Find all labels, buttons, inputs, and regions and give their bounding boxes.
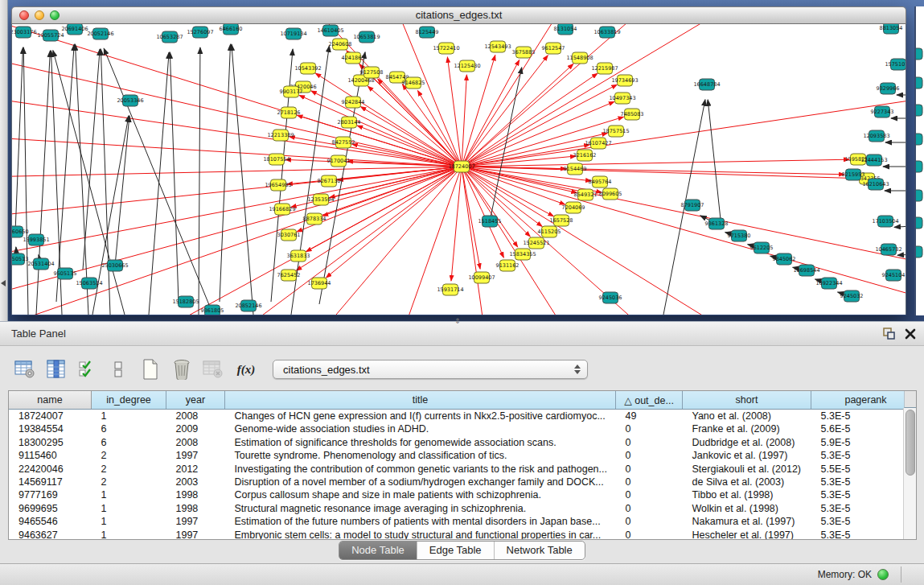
memory-status-icon[interactable]: [877, 569, 889, 580]
red-edge[interactable]: [12, 167, 462, 177]
table-cell[interactable]: 5.5E-5: [811, 463, 918, 476]
network-node[interactable]: 9715380: [728, 230, 751, 241]
table-cell[interactable]: Hescheler et al. (1997): [683, 529, 811, 540]
tab-network-table[interactable]: Network Table: [494, 542, 585, 559]
network-node[interactable]: 10653287: [156, 31, 183, 43]
network-node[interactable]: 1657528: [550, 215, 573, 226]
table-cell[interactable]: 0: [616, 488, 683, 501]
table-cell[interactable]: 0: [616, 502, 683, 515]
table-cell[interactable]: 0: [616, 436, 683, 449]
table-cell[interactable]: 2008: [166, 410, 225, 423]
table-cell[interactable]: Dudbridge et al. (2008): [683, 436, 811, 449]
table-cell[interactable]: 9699695: [9, 502, 92, 515]
network-node[interactable]: 8427552: [332, 137, 355, 148]
column-header-short[interactable]: short: [683, 391, 811, 410]
tab-edge-table[interactable]: Edge Table: [417, 542, 494, 559]
network-node[interactable]: 8267130: [318, 175, 341, 187]
table-cell[interactable]: Changes of HCN gene expression and I(f) …: [225, 410, 616, 423]
red-edge[interactable]: [462, 60, 519, 167]
network-node[interactable]: 23003176: [12, 27, 37, 38]
table-cell[interactable]: Genome-wide association studies in ADHD.: [225, 422, 616, 435]
network-node[interactable]: 15834355: [509, 249, 536, 260]
network-node[interactable]: 20852146: [235, 300, 261, 311]
table-cell[interactable]: 1997: [166, 529, 225, 540]
network-node[interactable]: 9612205: [750, 242, 774, 253]
table-cell[interactable]: 1: [92, 488, 166, 501]
control-panel-collapsed-strip[interactable]: [0, 0, 8, 321]
network-node[interactable]: 3030761: [277, 229, 301, 241]
table-cell[interactable]: 1997: [166, 449, 225, 462]
network-node[interactable]: 11548908: [566, 52, 593, 64]
network-node[interactable]: 9131162: [496, 260, 519, 271]
network-node[interactable]: 8495764: [589, 176, 612, 187]
network-node[interactable]: 4241865: [342, 52, 365, 64]
table-cell[interactable]: 0: [616, 529, 683, 540]
network-graph[interactable]: 1872400722406084241865142004689242844280…: [12, 24, 906, 315]
red-edge[interactable]: [133, 167, 462, 315]
table-cell[interactable]: 5.3E-5: [811, 476, 918, 488]
table-cell[interactable]: Corpus callosum shape and size in male p…: [225, 488, 616, 501]
black-edge[interactable]: [104, 48, 213, 315]
black-edge[interactable]: [199, 47, 200, 315]
network-node[interactable]: 9245104: [882, 270, 906, 281]
column-header-title[interactable]: title: [225, 391, 616, 410]
network-node[interactable]: 14610405: [317, 25, 343, 36]
table-cell[interactable]: 6: [92, 422, 166, 435]
table-row[interactable]: 1872400712008Changes of HCN gene express…: [9, 410, 917, 423]
network-node[interactable]: 19055724: [37, 30, 64, 41]
float-panel-icon[interactable]: [883, 328, 895, 340]
network-node[interactable]: 10099407: [468, 272, 495, 283]
table-row[interactable]: 911546021997Tourette syndrome. Phenomeno…: [9, 449, 917, 462]
table-cell[interactable]: 0: [616, 463, 683, 476]
table-cell[interactable]: 0: [616, 515, 683, 528]
network-node[interactable]: 9505135: [54, 268, 77, 279]
table-cell[interactable]: 0: [616, 449, 683, 462]
table-cell[interactable]: 5.6E-5: [811, 422, 918, 435]
table-cell[interactable]: 2: [92, 449, 166, 462]
network-node[interactable]: 2803144: [338, 117, 361, 128]
table-cell[interactable]: 18300295: [9, 436, 92, 449]
background-network-window[interactable]: [914, 6, 924, 315]
table-cell[interactable]: 2012: [166, 463, 225, 476]
network-node[interactable]: 15751074: [885, 59, 906, 70]
table-select[interactable]: citations_edges.txt: [273, 360, 588, 379]
vertical-scrollbar[interactable]: [903, 408, 916, 539]
network-node[interactable]: 9245036: [599, 292, 622, 303]
panel-resize-handle[interactable]: ⇕: [454, 317, 461, 325]
table-settings-icon[interactable]: [13, 357, 37, 381]
network-node[interactable]: 10698544: [793, 265, 819, 276]
network-node[interactable]: 2240608: [329, 39, 352, 50]
table-cell[interactable]: Franke et al. (2009): [683, 422, 811, 435]
red-edge[interactable]: [12, 24, 462, 167]
network-node[interactable]: 16107427: [585, 138, 611, 149]
red-edge[interactable]: [462, 167, 553, 216]
table-cell[interactable]: Structural magnetic resonance image aver…: [225, 502, 616, 515]
network-node[interactable]: 9245032: [840, 290, 864, 302]
network-node[interactable]: 12353594: [307, 194, 334, 205]
network-node[interactable]: 10719134: [280, 28, 306, 39]
network-node[interactable]: 16648784: [693, 79, 720, 90]
red-edge[interactable]: [462, 167, 518, 247]
table-cell[interactable]: 1: [92, 515, 166, 528]
network-node[interactable]: 8131054: [554, 24, 577, 35]
red-edge[interactable]: [12, 167, 462, 257]
table-cell[interactable]: 6: [92, 436, 166, 449]
table-cell[interactable]: 0: [616, 476, 683, 488]
network-node[interactable]: 8813054: [880, 24, 903, 34]
network-node[interactable]: 15722410: [433, 43, 459, 54]
black-edge[interactable]: [115, 116, 129, 266]
table-cell[interactable]: Estimation of significance thresholds fo…: [225, 436, 616, 449]
table-row[interactable]: 946554611997Estimation of the future num…: [9, 515, 917, 528]
red-edge[interactable]: [451, 167, 462, 281]
network-node[interactable]: 10653819: [353, 31, 380, 43]
table-cell[interactable]: Wolkin et al. (1998): [683, 502, 811, 515]
table-row[interactable]: 1830029562008Estimation of significance …: [9, 436, 917, 449]
table-cell[interactable]: 49: [616, 410, 683, 423]
black-edge[interactable]: [708, 100, 721, 227]
table-cell[interactable]: 1998: [166, 488, 225, 501]
network-node[interactable]: 7485083: [621, 109, 644, 120]
show-columns-icon[interactable]: [44, 357, 68, 381]
table-cell[interactable]: 1997: [166, 515, 225, 528]
table-cell[interactable]: Stergiakouli et al. (2012): [683, 463, 811, 476]
black-edge[interactable]: [897, 253, 906, 255]
